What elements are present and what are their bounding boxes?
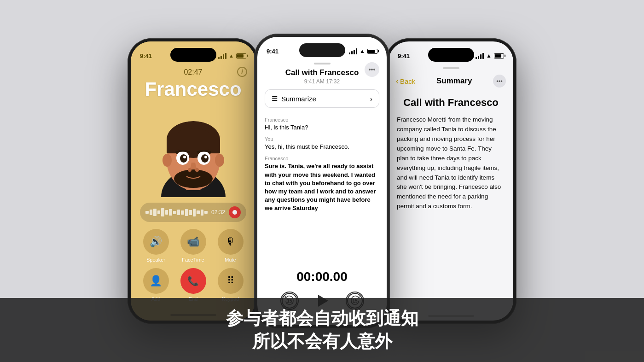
speaker-icon: 🔊	[150, 236, 162, 248]
signal-bars-3	[476, 53, 484, 59]
memoji-avatar	[150, 105, 237, 197]
phone-3-summary: 9:41 ▲	[385, 38, 516, 324]
wave-bar	[145, 211, 149, 214]
svg-point-15	[188, 168, 191, 172]
overlay-text-line1: 参与者都会自动收到通知	[28, 307, 616, 330]
mute-button[interactable]: 🎙 Mute	[215, 229, 246, 263]
back-label: Back	[400, 77, 415, 85]
status-time-1: 9:41	[140, 53, 152, 59]
status-icons-3: ▲	[476, 53, 504, 59]
transcript-screen: 9:41 ▲	[257, 37, 387, 325]
transcript-title: Call with Francesco	[265, 68, 379, 77]
summary-nav: ‹ Back Summary •••	[389, 69, 513, 89]
speaker-1: You	[265, 136, 379, 142]
transcript-text-2: Sure is. Tania, we're all ready to assis…	[265, 162, 379, 212]
summarize-button[interactable]: ☰ Summarize ›	[265, 89, 379, 108]
recording-bar: 02:32	[140, 203, 246, 222]
summary-more-button[interactable]: •••	[493, 75, 506, 88]
add-icon: 👤	[150, 275, 162, 287]
wifi-icon-1: ▲	[229, 53, 234, 58]
keypad-button[interactable]: ⠿ Keypad	[215, 268, 246, 302]
transcript-content: Francesco Hi, is this Tania? You Yes, hi…	[257, 112, 387, 263]
summarize-icon: ☰	[272, 94, 278, 103]
record-button[interactable]	[229, 206, 241, 218]
speaker-2: Francesco	[265, 156, 379, 161]
svg-point-7	[215, 154, 224, 167]
more-options-button[interactable]: •••	[365, 62, 379, 77]
signal-bar	[223, 54, 224, 59]
svg-point-5	[173, 128, 214, 154]
overlay-banner: 参与者都会自动收到通知 所以不会有人意外	[0, 298, 644, 362]
facetime-label: FaceTime	[182, 257, 204, 263]
transcript-segment-0: Francesco Hi, is this Tania?	[265, 117, 379, 132]
back-chevron-icon: ‹	[396, 76, 399, 86]
wifi-icon-3: ▲	[486, 53, 492, 59]
speaker-button[interactable]: 🔊 Speaker	[140, 229, 172, 263]
speaker-circle: 🔊	[143, 229, 169, 255]
signal-bars-1	[218, 53, 226, 59]
facetime-circle: 📹	[180, 229, 206, 255]
dynamic-island-3	[428, 48, 474, 62]
battery-fill-1	[237, 54, 244, 58]
phone-2-transcript: 9:41 ▲	[254, 34, 390, 328]
battery-fill-3	[495, 54, 501, 58]
svg-point-11	[201, 154, 209, 163]
recording-time: 02:32	[211, 209, 225, 216]
svg-point-16	[195, 168, 199, 172]
transcript-text-0: Hi, is this Tania?	[265, 123, 379, 132]
overlay-text-line2: 所以不会有人意外	[28, 330, 616, 353]
signal-bars-2	[349, 48, 357, 54]
summary-screen: 9:41 ▲	[389, 41, 513, 321]
end-icon: 📞	[187, 275, 199, 286]
keypad-circle: ⠿	[218, 268, 244, 294]
status-time-2: 9:41	[267, 48, 278, 55]
call-controls: 🔊 Speaker 📹 FaceTime 🎙 M	[140, 229, 246, 302]
mute-circle: 🎙	[218, 229, 244, 255]
svg-point-10	[180, 154, 187, 163]
transcript-segment-2: Francesco Sure is. Tania, we're all read…	[265, 156, 379, 212]
avatar-container	[131, 105, 255, 197]
svg-point-12	[183, 156, 186, 158]
signal-bar	[225, 53, 226, 59]
summary-title: Call with Francesco	[397, 97, 505, 109]
chevron-right-icon: ›	[370, 95, 372, 103]
caller-name: Francesco	[131, 78, 255, 100]
mute-label: Mute	[225, 257, 236, 263]
back-button[interactable]: ‹ Back	[396, 76, 415, 86]
call-screen: 9:41 ▲ i	[131, 41, 255, 321]
speaker-0: Francesco	[265, 117, 379, 123]
summary-body: Francesco Moretti from the moving compan…	[397, 115, 505, 210]
battery-1	[236, 53, 246, 58]
battery-fill-2	[368, 50, 375, 53]
add-button[interactable]: 👤 Add	[140, 268, 172, 302]
status-icons-2: ▲	[349, 48, 377, 54]
rec-inner	[232, 210, 237, 215]
playback-timer: 00:00.00	[257, 263, 387, 286]
waveform	[145, 208, 208, 217]
facetime-icon: 📹	[187, 236, 199, 248]
info-icon[interactable]: i	[237, 67, 247, 77]
battery-3	[494, 53, 504, 58]
transcript-segment-1: You Yes, hi, this must be Francesco.	[265, 136, 379, 151]
svg-point-13	[204, 156, 207, 158]
keypad-icon: ⠿	[227, 275, 234, 287]
signal-bar	[220, 56, 222, 59]
summary-nav-title: Summary	[436, 76, 472, 86]
facetime-button[interactable]: 📹 FaceTime	[177, 229, 209, 263]
add-circle: 👤	[143, 268, 169, 294]
status-icons-1: ▲	[218, 53, 246, 59]
mute-icon: 🎙	[226, 236, 236, 248]
summarize-left: ☰ Summarize	[272, 94, 316, 103]
transcript-subtitle: 9:41 AM 17:32	[265, 78, 379, 85]
end-circle: 📞	[180, 268, 206, 294]
wifi-icon-2: ▲	[360, 48, 365, 54]
signal-bar	[218, 57, 220, 59]
speaker-label: Speaker	[146, 257, 165, 263]
dynamic-island-2	[299, 43, 345, 57]
dynamic-island-1	[170, 48, 216, 62]
phones-container: 9:41 ▲ i	[0, 0, 644, 362]
summary-content: Call with Francesco Francesco Moretti fr…	[389, 89, 513, 210]
svg-point-6	[162, 154, 172, 167]
status-time-3: 9:41	[398, 53, 410, 59]
end-call-button[interactable]: 📞 End	[177, 268, 209, 302]
